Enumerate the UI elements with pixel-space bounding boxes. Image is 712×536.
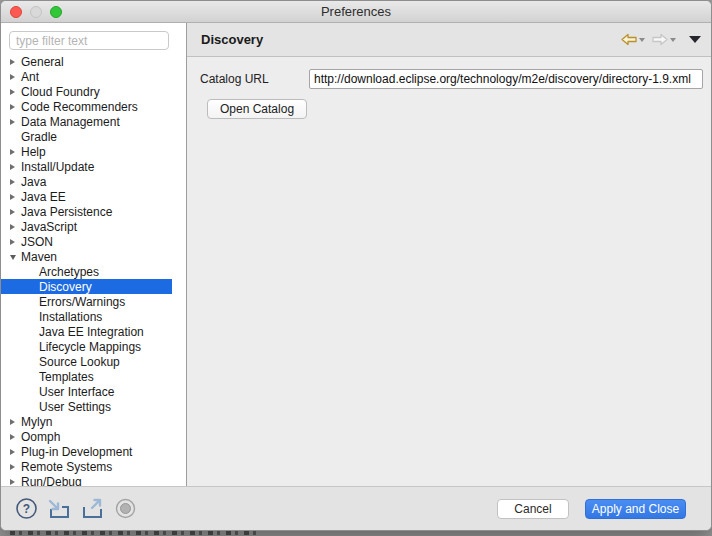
tree-collapsed-icon[interactable]	[8, 449, 21, 455]
sidebar-item-plug-in-development[interactable]: Plug-in Development	[1, 444, 172, 459]
sidebar-item-archetypes[interactable]: Archetypes	[1, 264, 172, 279]
sidebar-item-label: Gradle	[21, 130, 57, 144]
back-button[interactable]	[619, 31, 647, 48]
import-icon	[47, 498, 72, 520]
sidebar-item-install-update[interactable]: Install/Update	[1, 159, 172, 174]
disclosure-triangle	[10, 464, 15, 470]
sidebar-item-templates[interactable]: Templates	[1, 369, 172, 384]
disclosure-triangle	[10, 104, 15, 110]
catalog-url-input[interactable]	[309, 69, 703, 89]
background-window-text	[10, 531, 260, 535]
disclosure-triangle	[10, 59, 15, 65]
tree-collapsed-icon[interactable]	[8, 479, 21, 485]
forward-history-dropdown-icon[interactable]	[670, 38, 676, 42]
sidebar-item-cloud-foundry[interactable]: Cloud Foundry	[1, 84, 172, 99]
sidebar-item-label: Java EE	[21, 190, 66, 204]
sidebar-item-java-ee[interactable]: Java EE	[1, 189, 172, 204]
disclosure-triangle	[10, 179, 15, 185]
zoom-window-button[interactable]	[50, 6, 62, 18]
cancel-button[interactable]: Cancel	[497, 499, 569, 519]
tree-collapsed-icon[interactable]	[8, 59, 21, 65]
tree-expanded-icon[interactable]	[8, 254, 21, 260]
sidebar-item-user-interface[interactable]: User Interface	[1, 384, 172, 399]
tree-collapsed-icon[interactable]	[8, 164, 21, 170]
catalog-url-row: Catalog URL	[200, 69, 703, 89]
disclosure-triangle	[10, 255, 16, 260]
sidebar-item-ant[interactable]: Ant	[1, 69, 172, 84]
catalog-url-label: Catalog URL	[200, 72, 309, 86]
page-header: Discovery	[187, 23, 711, 57]
sidebar-item-code-recommenders[interactable]: Code Recommenders	[1, 99, 172, 114]
sidebar-item-label: Run/Debug	[21, 475, 82, 487]
sidebar-item-label: JavaScript	[21, 220, 77, 234]
sidebar-item-source-lookup[interactable]: Source Lookup	[1, 354, 172, 369]
tree-collapsed-icon[interactable]	[8, 104, 21, 110]
sidebar-item-mylyn[interactable]: Mylyn	[1, 414, 172, 429]
sidebar-item-label: Installations	[39, 310, 102, 324]
sidebar-item-discovery[interactable]: Discovery	[1, 279, 172, 294]
forward-button[interactable]	[650, 31, 678, 48]
sidebar-item-maven[interactable]: Maven	[1, 249, 172, 264]
tree-collapsed-icon[interactable]	[8, 119, 21, 125]
sidebar-item-oomph[interactable]: Oomph	[1, 429, 172, 444]
sidebar-item-remote-systems[interactable]: Remote Systems	[1, 459, 172, 474]
sidebar-item-data-management[interactable]: Data Management	[1, 114, 172, 129]
sidebar-item-label: Discovery	[39, 280, 92, 294]
sidebar-item-label: Java	[21, 175, 46, 189]
help-button[interactable]: ?	[14, 496, 39, 521]
page-title: Discovery	[201, 32, 619, 47]
dialog-buttons: Cancel Apply and Close	[497, 499, 686, 519]
record-preferences-button[interactable]	[113, 496, 138, 521]
minimize-window-button	[30, 6, 42, 18]
footer-icons: ?	[14, 496, 138, 521]
tree-collapsed-icon[interactable]	[8, 74, 21, 80]
sidebar-item-label: Source Lookup	[39, 355, 120, 369]
export-preferences-button[interactable]	[80, 496, 105, 521]
back-history-dropdown-icon[interactable]	[639, 38, 645, 42]
record-icon	[114, 497, 137, 520]
button-bar: ? Canc	[1, 486, 711, 530]
sidebar-item-javascript[interactable]: JavaScript	[1, 219, 172, 234]
import-preferences-button[interactable]	[47, 496, 72, 521]
tree-collapsed-icon[interactable]	[8, 89, 21, 95]
disclosure-triangle	[10, 119, 15, 125]
tree-collapsed-icon[interactable]	[8, 149, 21, 155]
tree-collapsed-icon[interactable]	[8, 239, 21, 245]
sidebar-item-label: Oomph	[21, 430, 60, 444]
apply-and-close-button[interactable]: Apply and Close	[585, 499, 686, 519]
sidebar-item-label: Remote Systems	[21, 460, 112, 474]
sidebar-item-run-debug[interactable]: Run/Debug	[1, 474, 172, 486]
sidebar-item-java-ee-integration[interactable]: Java EE Integration	[1, 324, 172, 339]
sidebar-item-user-settings[interactable]: User Settings	[1, 399, 172, 414]
sidebar-item-help[interactable]: Help	[1, 144, 172, 159]
sidebar-item-general[interactable]: General	[1, 54, 172, 69]
title-bar: Preferences	[1, 1, 711, 23]
tree-collapsed-icon[interactable]	[8, 194, 21, 200]
sidebar-item-lifecycle-mappings[interactable]: Lifecycle Mappings	[1, 339, 172, 354]
sidebar-item-java-persistence[interactable]: Java Persistence	[1, 204, 172, 219]
help-icon: ?	[15, 497, 38, 520]
sidebar-item-gradle[interactable]: Gradle	[1, 129, 172, 144]
open-catalog-button[interactable]: Open Catalog	[207, 99, 307, 119]
tree-collapsed-icon[interactable]	[8, 434, 21, 440]
tree-collapsed-icon[interactable]	[8, 419, 21, 425]
dialog-body: GeneralAntCloud FoundryCode Recommenders…	[1, 23, 711, 486]
filter-input[interactable]	[9, 31, 169, 50]
sidebar-item-errors-warnings[interactable]: Errors/Warnings	[1, 294, 172, 309]
tree-collapsed-icon[interactable]	[8, 179, 21, 185]
tree-collapsed-icon[interactable]	[8, 224, 21, 230]
tree-collapsed-icon[interactable]	[8, 209, 21, 215]
sidebar-item-json[interactable]: JSON	[1, 234, 172, 249]
disclosure-triangle	[10, 194, 15, 200]
sidebar-item-label: Mylyn	[21, 415, 52, 429]
sidebar-item-java[interactable]: Java	[1, 174, 172, 189]
page-navigation	[619, 31, 701, 48]
sidebar-item-label: Help	[21, 145, 46, 159]
disclosure-triangle	[10, 149, 15, 155]
disclosure-triangle	[10, 419, 15, 425]
view-menu-icon[interactable]	[689, 36, 701, 43]
sidebar-item-installations[interactable]: Installations	[1, 309, 172, 324]
tree-collapsed-icon[interactable]	[8, 464, 21, 470]
preferences-tree: GeneralAntCloud FoundryCode Recommenders…	[1, 54, 186, 486]
close-window-button[interactable]	[10, 6, 22, 18]
